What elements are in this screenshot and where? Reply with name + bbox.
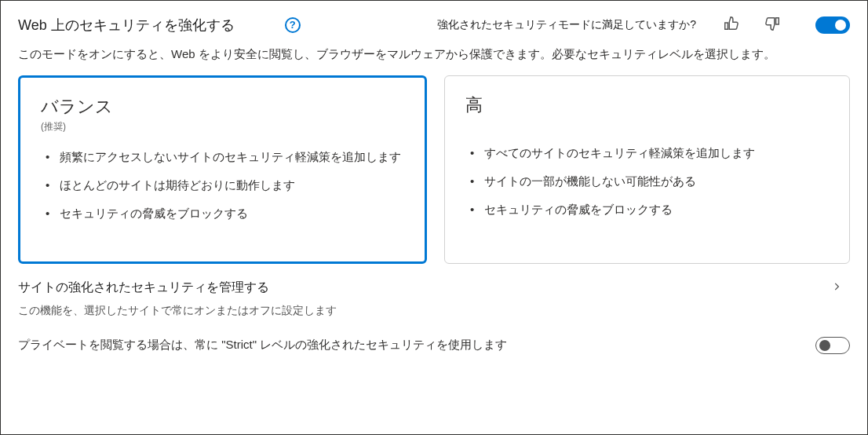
page-title: Web 上のセキュリティを強化する [18, 16, 235, 35]
strict-item: サイトの一部が機能しない可能性がある [469, 172, 829, 191]
mode-description: このモードをオンにすると、Web をより安全に閲覧し、ブラウザーをマルウェアから… [1, 41, 867, 75]
manage-sites-desc: この機能を、選択したサイトで常にオンまたはオフに設定します [1, 299, 867, 332]
feedback-prompt: 強化されたセキュリティモードに満足していますか? [437, 18, 696, 32]
manage-sites-row[interactable]: サイトの強化されたセキュリティを管理する [1, 264, 867, 299]
balanced-item: ほとんどのサイトは期待どおりに動作します [44, 176, 404, 195]
help-icon[interactable]: ? [285, 17, 301, 33]
security-level-strict-card[interactable]: 高 . すべてのサイトのセキュリティ軽減策を追加します サイトの一部が機能しない… [444, 75, 850, 264]
thumbs-down-icon[interactable] [764, 15, 781, 35]
thumbs-up-icon[interactable] [723, 15, 740, 35]
enhanced-security-toggle[interactable] [815, 16, 850, 34]
strict-item: すべてのサイトのセキュリティ軽減策を追加します [469, 144, 829, 163]
balanced-subtitle: (推奨) [41, 120, 404, 133]
strict-item: セキュリティの脅威をブロックする [469, 200, 829, 219]
balanced-item: セキュリティの脅威をブロックする [44, 204, 404, 223]
chevron-right-icon [831, 281, 850, 294]
strict-title: 高 [465, 93, 829, 117]
manage-sites-title: サイトの強化されたセキュリティを管理する [18, 280, 831, 296]
security-level-balanced-card[interactable]: バランス (推奨) 頻繁にアクセスしないサイトのセキュリティ軽減策を追加します … [18, 75, 427, 264]
private-strict-label: プライベートを閲覧する場合は、常に "Strict" レベルの強化されたセキュリ… [18, 338, 815, 353]
private-strict-toggle[interactable] [815, 337, 850, 354]
balanced-title: バランス [41, 95, 404, 119]
balanced-item: 頻繁にアクセスしないサイトのセキュリティ軽減策を追加します [44, 148, 404, 166]
